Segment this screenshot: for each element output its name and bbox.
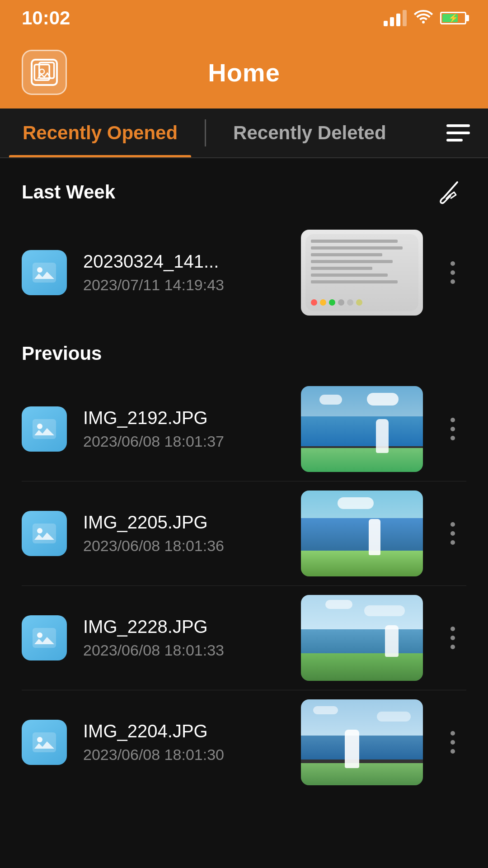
file-thumbnail (301, 230, 423, 316)
file-info: IMG_2205.JPG 2023/06/08 18:01:36 (83, 512, 285, 555)
more-options-button[interactable] (439, 627, 466, 649)
file-name: IMG_2192.JPG (83, 408, 285, 428)
section-header-last-week: Last Week (0, 158, 488, 221)
wifi-icon (414, 8, 433, 28)
section-title-previous: Previous (22, 343, 102, 364)
svg-point-5 (37, 267, 42, 273)
file-type-icon (22, 250, 67, 295)
tab-divider (205, 119, 206, 146)
svg-point-9 (37, 528, 42, 533)
more-options-button[interactable] (439, 418, 466, 440)
status-bar: 10:02 ⚡ (0, 0, 488, 36)
more-options-button[interactable] (439, 261, 466, 284)
svg-rect-12 (33, 732, 56, 752)
file-item[interactable]: IMG_2228.JPG 2023/06/08 18:01:33 (0, 586, 488, 690)
content-area: Last Week 20230324_141... 2023/07/11 14:… (0, 158, 488, 821)
file-type-icon (22, 406, 67, 452)
status-icons: ⚡ (384, 8, 466, 28)
app-header: Home (0, 36, 488, 108)
file-info: IMG_2192.JPG 2023/06/08 18:01:37 (83, 408, 285, 450)
section-header-previous: Previous (0, 325, 488, 377)
menu-button[interactable] (428, 108, 488, 157)
svg-point-13 (37, 737, 42, 742)
tabs-bar: Recently Opened Recently Deleted (0, 108, 488, 158)
more-options-button[interactable] (439, 731, 466, 754)
app-logo (22, 50, 67, 95)
file-info: IMG_2228.JPG 2023/06/08 18:01:33 (83, 617, 285, 659)
file-date: 2023/06/08 18:01:33 (83, 642, 285, 659)
file-item[interactable]: IMG_2205.JPG 2023/06/08 18:01:36 (0, 481, 488, 585)
file-name: IMG_2204.JPG (83, 721, 285, 741)
tab-recently-deleted-label: Recently Deleted (233, 122, 386, 144)
file-item[interactable]: IMG_2204.JPG 2023/06/08 18:01:30 (0, 690, 488, 794)
tab-recently-opened[interactable]: Recently Opened (0, 108, 200, 157)
hamburger-icon (446, 124, 470, 142)
svg-point-2 (40, 69, 44, 74)
file-info: IMG_2204.JPG 2023/06/08 18:01:30 (83, 721, 285, 764)
svg-point-7 (37, 424, 42, 429)
file-type-icon (22, 615, 67, 660)
app-title: Home (208, 58, 280, 87)
file-name: IMG_2228.JPG (83, 617, 285, 637)
more-options-button[interactable] (439, 522, 466, 545)
signal-icon (384, 10, 407, 26)
section-title-last-week: Last Week (22, 181, 115, 203)
file-type-icon (22, 720, 67, 765)
file-item[interactable]: IMG_2192.JPG 2023/06/08 18:01:37 (0, 377, 488, 481)
status-time: 10:02 (22, 7, 70, 29)
file-date: 2023/07/11 14:19:43 (83, 276, 285, 294)
file-thumbnail (301, 699, 423, 785)
tab-recently-opened-label: Recently Opened (23, 122, 178, 144)
file-name: 20230324_141... (83, 251, 285, 272)
svg-point-11 (37, 632, 42, 638)
svg-rect-10 (33, 628, 56, 648)
file-thumbnail (301, 386, 423, 472)
svg-rect-6 (33, 419, 56, 439)
svg-rect-4 (33, 263, 56, 283)
file-date: 2023/06/08 18:01:37 (83, 433, 285, 450)
file-thumbnail (301, 595, 423, 681)
clear-button[interactable] (435, 176, 466, 208)
file-item[interactable]: 20230324_141... 2023/07/11 14:19:43 (0, 221, 488, 325)
file-name: IMG_2205.JPG (83, 512, 285, 533)
file-type-icon (22, 511, 67, 556)
battery-icon: ⚡ (440, 12, 466, 24)
tab-recently-deleted[interactable]: Recently Deleted (211, 108, 408, 157)
svg-rect-8 (33, 524, 56, 543)
file-date: 2023/06/08 18:01:30 (83, 746, 285, 764)
file-date: 2023/06/08 18:01:36 (83, 537, 285, 555)
file-info: 20230324_141... 2023/07/11 14:19:43 (83, 251, 285, 294)
file-thumbnail (301, 491, 423, 576)
